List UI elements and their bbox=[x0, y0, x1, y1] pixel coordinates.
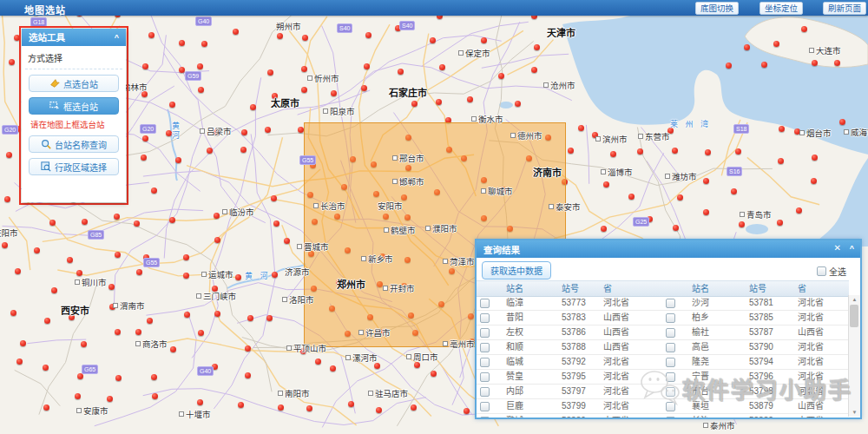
station-marker[interactable] bbox=[531, 67, 537, 73]
collapse-icon[interactable]: ^ bbox=[850, 244, 854, 253]
admin-region-select-button[interactable]: 行政区域选择 bbox=[29, 158, 119, 175]
station-marker[interactable] bbox=[151, 374, 157, 380]
station-marker[interactable] bbox=[151, 187, 157, 194]
station-marker[interactable] bbox=[761, 62, 767, 68]
station-marker[interactable] bbox=[811, 178, 817, 184]
station-marker[interactable] bbox=[603, 181, 609, 187]
station-marker[interactable] bbox=[142, 63, 148, 69]
station-marker[interactable] bbox=[779, 126, 785, 132]
station-marker[interactable] bbox=[431, 371, 437, 377]
station-marker[interactable] bbox=[705, 149, 711, 155]
station-marker[interactable] bbox=[534, 44, 540, 50]
station-marker[interactable] bbox=[136, 269, 142, 275]
station-marker[interactable] bbox=[361, 85, 367, 91]
station-marker[interactable] bbox=[44, 318, 50, 324]
box-select-station-button[interactable]: 框选台站 bbox=[29, 97, 119, 115]
station-marker[interactable] bbox=[152, 393, 158, 399]
station-marker[interactable] bbox=[6, 152, 12, 158]
row-checkbox[interactable] bbox=[480, 313, 490, 323]
station-marker[interactable] bbox=[731, 188, 737, 194]
station-marker[interactable] bbox=[175, 157, 181, 163]
station-marker[interactable] bbox=[374, 363, 380, 369]
row-checkbox[interactable] bbox=[666, 372, 675, 382]
station-marker[interactable] bbox=[51, 287, 57, 293]
coordinate-locate-button[interactable]: 坐标定位 bbox=[760, 2, 803, 15]
row-checkbox[interactable] bbox=[666, 299, 675, 308]
station-marker[interactable] bbox=[108, 284, 115, 290]
collapse-icon[interactable]: ^ bbox=[115, 29, 119, 46]
station-marker[interactable] bbox=[568, 148, 574, 154]
station-marker[interactable] bbox=[147, 318, 153, 324]
station-marker[interactable] bbox=[278, 404, 284, 411]
station-marker[interactable] bbox=[330, 365, 336, 372]
station-marker[interactable] bbox=[628, 194, 635, 200]
station-name-search-button[interactable]: 台站名称查询 bbox=[29, 135, 119, 153]
get-selected-data-button[interactable]: 获取选中数据 bbox=[482, 261, 551, 279]
station-marker[interactable] bbox=[301, 66, 307, 72]
station-marker[interactable] bbox=[184, 312, 190, 318]
station-marker[interactable] bbox=[198, 330, 204, 336]
station-marker[interactable] bbox=[376, 407, 382, 413]
station-marker[interactable] bbox=[284, 238, 290, 244]
row-checkbox[interactable] bbox=[666, 402, 675, 411]
station-marker[interactable] bbox=[265, 127, 271, 133]
station-marker[interactable] bbox=[703, 209, 709, 215]
station-marker[interactable] bbox=[610, 151, 616, 157]
station-marker[interactable] bbox=[398, 69, 404, 75]
basemap-switch-button[interactable]: 底图切换 bbox=[695, 2, 739, 15]
station-marker[interactable] bbox=[214, 213, 220, 219]
station-marker[interactable] bbox=[436, 99, 442, 105]
row-checkbox[interactable] bbox=[480, 417, 490, 418]
station-marker[interactable] bbox=[235, 274, 241, 280]
station-marker[interactable] bbox=[245, 372, 251, 378]
station-marker[interactable] bbox=[331, 90, 337, 96]
station-marker[interactable] bbox=[273, 220, 279, 227]
row-checkbox[interactable] bbox=[666, 358, 675, 367]
station-marker[interactable] bbox=[726, 62, 732, 69]
row-checkbox[interactable] bbox=[480, 299, 490, 308]
table-scrollbar[interactable]: ▲ ▼ bbox=[848, 295, 860, 417]
station-marker[interactable] bbox=[277, 33, 283, 39]
row-checkbox[interactable] bbox=[480, 387, 490, 397]
scroll-up-arrow-icon[interactable]: ▲ bbox=[849, 295, 860, 304]
row-checkbox[interactable] bbox=[666, 343, 675, 352]
station-marker[interactable] bbox=[81, 341, 87, 347]
station-marker[interactable] bbox=[179, 40, 185, 46]
station-marker[interactable] bbox=[267, 69, 273, 76]
row-checkbox[interactable] bbox=[666, 313, 675, 323]
station-marker[interactable] bbox=[34, 247, 40, 253]
station-marker[interactable] bbox=[773, 41, 779, 47]
station-marker[interactable] bbox=[201, 41, 207, 47]
station-marker[interactable] bbox=[272, 272, 278, 278]
station-marker[interactable] bbox=[578, 125, 584, 131]
row-checkbox[interactable] bbox=[480, 328, 490, 338]
station-marker[interactable] bbox=[250, 104, 256, 110]
station-marker[interactable] bbox=[43, 404, 49, 411]
station-marker[interactable] bbox=[348, 401, 354, 407]
station-marker[interactable] bbox=[134, 220, 140, 227]
row-checkbox[interactable] bbox=[480, 343, 490, 352]
row-checkbox[interactable] bbox=[480, 358, 490, 367]
station-marker[interactable] bbox=[9, 59, 15, 65]
station-marker[interactable] bbox=[735, 148, 741, 155]
select-all-checkbox[interactable] bbox=[817, 266, 826, 276]
station-marker[interactable] bbox=[302, 35, 308, 41]
station-marker[interactable] bbox=[115, 252, 121, 258]
scrollbar-thumb[interactable] bbox=[850, 305, 858, 327]
station-marker[interactable] bbox=[114, 214, 120, 220]
row-checkbox[interactable] bbox=[480, 372, 490, 382]
row-checkbox[interactable] bbox=[666, 417, 675, 418]
station-marker[interactable] bbox=[778, 158, 784, 164]
row-checkbox[interactable] bbox=[666, 328, 675, 338]
scroll-down-arrow-icon[interactable]: ▼ bbox=[849, 408, 860, 417]
row-checkbox[interactable] bbox=[666, 387, 675, 397]
station-marker[interactable] bbox=[411, 404, 417, 411]
row-checkbox[interactable] bbox=[480, 402, 490, 411]
close-icon[interactable]: ✕ bbox=[834, 243, 841, 253]
station-marker[interactable] bbox=[107, 396, 113, 402]
station-marker[interactable] bbox=[169, 217, 175, 223]
refresh-page-button[interactable]: 刷新页面 bbox=[823, 2, 866, 15]
station-marker[interactable] bbox=[703, 178, 709, 184]
station-marker[interactable] bbox=[198, 87, 204, 93]
station-marker[interactable] bbox=[298, 127, 304, 133]
